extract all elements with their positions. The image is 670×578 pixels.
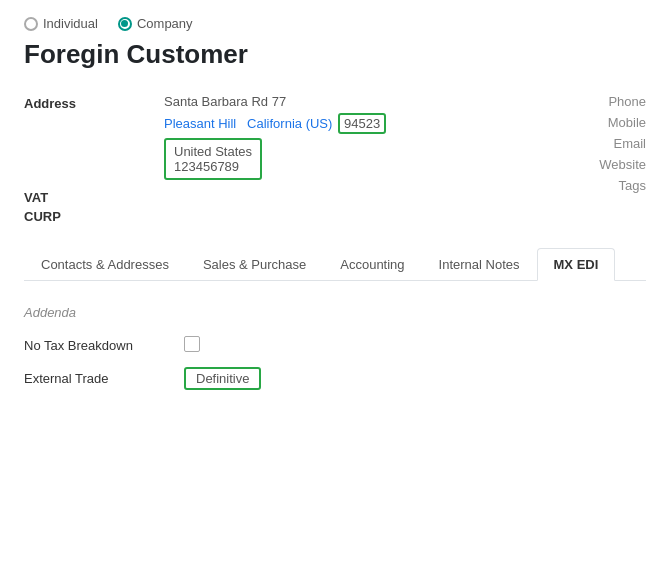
email-label: Email (613, 136, 646, 151)
mobile-label: Mobile (608, 115, 646, 130)
page-title: Foregin Customer (24, 39, 646, 70)
tab-content-mxedi: Addenda No Tax Breakdown External Trade … (24, 297, 646, 410)
country-vat-block: United States 123456789 (164, 138, 646, 180)
vat-label: VAT (24, 188, 164, 205)
definitive-badge[interactable]: Definitive (184, 367, 261, 390)
external-trade-label: External Trade (24, 371, 184, 386)
tab-contacts[interactable]: Contacts & Addresses (24, 248, 186, 280)
website-label: Website (599, 157, 646, 172)
address-field-row: Address Santa Barbara Rd 77 Pleasant Hil… (24, 94, 646, 180)
zip-value: 94523 (338, 113, 386, 134)
tab-mxedi[interactable]: MX EDI (537, 248, 616, 281)
no-tax-breakdown-label: No Tax Breakdown (24, 338, 184, 353)
city-link[interactable]: Pleasant Hill (164, 116, 236, 131)
address-value: Santa Barbara Rd 77 Pleasant Hill Califo… (164, 94, 646, 180)
city-state-line: Pleasant Hill California (US) 94523 (164, 113, 646, 134)
individual-radio[interactable]: Individual (24, 16, 98, 31)
section-label: Addenda (24, 305, 646, 320)
individual-radio-icon (24, 17, 38, 31)
external-trade-value: Definitive (184, 367, 261, 390)
no-tax-breakdown-row: No Tax Breakdown (24, 336, 646, 355)
tabs-container: Contacts & Addresses Sales & Purchase Ac… (24, 248, 646, 281)
curp-label: CURP (24, 207, 164, 224)
form-section: Address Santa Barbara Rd 77 Pleasant Hil… (24, 94, 646, 224)
no-tax-breakdown-value (184, 336, 200, 355)
street-line: Santa Barbara Rd 77 (164, 94, 646, 109)
company-radio[interactable]: Company (118, 16, 193, 31)
tab-sales[interactable]: Sales & Purchase (186, 248, 323, 280)
address-label: Address (24, 94, 164, 111)
right-labels: Phone Mobile Email Website Tags (599, 94, 646, 193)
vat-number-value: 123456789 (174, 159, 252, 174)
tab-accounting[interactable]: Accounting (323, 248, 421, 280)
country-value: United States (174, 144, 252, 159)
external-trade-row: External Trade Definitive (24, 367, 646, 390)
radio-group: Individual Company (24, 16, 646, 31)
curp-row: CURP (24, 207, 646, 224)
country-vat-highlight: United States 123456789 (164, 138, 262, 180)
individual-label: Individual (43, 16, 98, 31)
tags-label: Tags (619, 178, 646, 193)
state-link[interactable]: California (US) (247, 116, 332, 131)
company-radio-icon (118, 17, 132, 31)
vat-row: VAT (24, 188, 646, 205)
tab-notes[interactable]: Internal Notes (422, 248, 537, 280)
company-label: Company (137, 16, 193, 31)
phone-label: Phone (608, 94, 646, 109)
no-tax-breakdown-checkbox[interactable] (184, 336, 200, 352)
